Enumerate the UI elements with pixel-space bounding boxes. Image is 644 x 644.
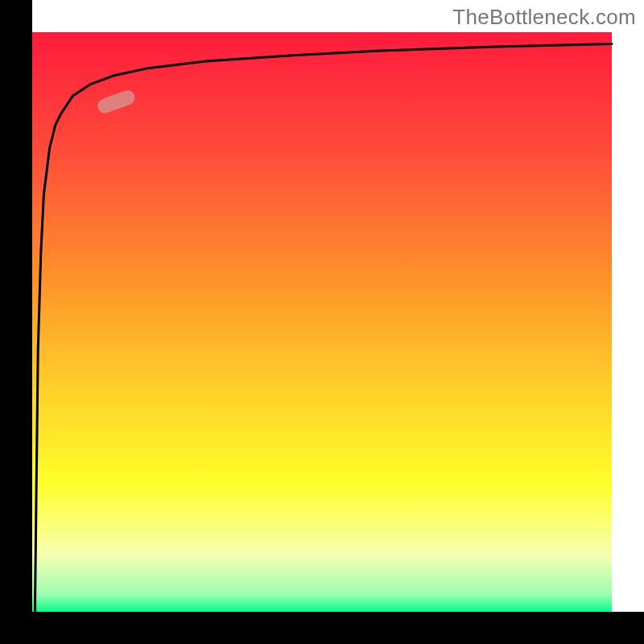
chart-svg: [0, 0, 644, 644]
chart-frame: TheBottleneck.com: [0, 0, 644, 644]
y-axis: [0, 0, 32, 644]
x-axis: [0, 612, 644, 644]
watermark-text: TheBottleneck.com: [452, 5, 636, 30]
plot-background: [32, 32, 612, 612]
